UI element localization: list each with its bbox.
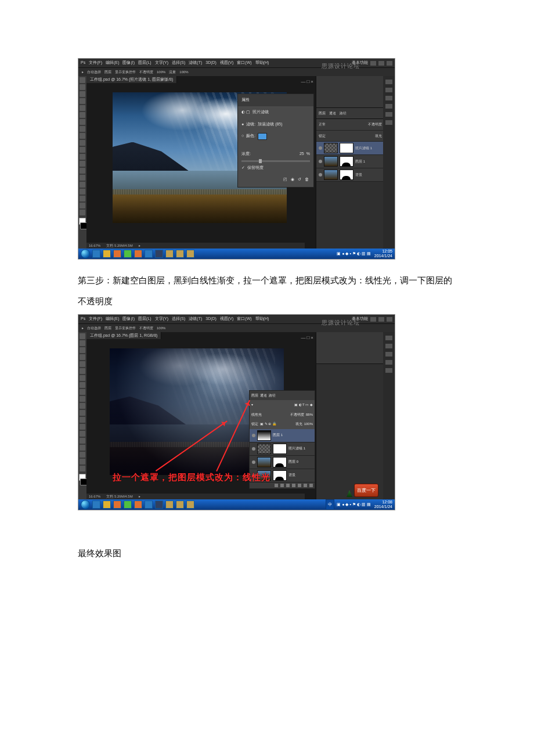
adjustment-icon[interactable]	[292, 484, 295, 487]
layer-mask[interactable]	[273, 457, 287, 467]
opt-layer[interactable]: 图层	[104, 68, 111, 76]
menu-3d[interactable]: 3D(D)	[205, 315, 217, 323]
blur-tool-icon[interactable]	[80, 417, 85, 423]
start-button-icon[interactable]	[81, 500, 90, 509]
taskbar-icon[interactable]	[92, 250, 100, 258]
maximize-icon[interactable]	[378, 61, 384, 66]
panel-icon[interactable]	[385, 336, 392, 340]
visibility-icon[interactable]	[319, 146, 322, 150]
hand-tool-icon[interactable]	[80, 459, 85, 465]
menu-window[interactable]: 窗口(W)	[237, 59, 251, 67]
panel-icon[interactable]	[385, 368, 392, 373]
blur-tool-icon[interactable]	[80, 161, 85, 167]
hand-tool-icon[interactable]	[80, 203, 85, 208]
menu-filter[interactable]: 滤镜(T)	[189, 315, 202, 323]
ime-indicator[interactable]: 中	[326, 499, 334, 510]
eraser-tool-icon[interactable]	[80, 147, 85, 153]
panel-icon[interactable]	[385, 104, 392, 109]
layer-mask[interactable]	[340, 156, 353, 167]
shape-tool-icon[interactable]	[80, 196, 85, 201]
opacity-value[interactable]: 88%	[306, 411, 313, 419]
opt-opacity-value[interactable]: 100%	[157, 324, 165, 332]
brush-tool-icon[interactable]	[80, 382, 85, 388]
taskbar-icon[interactable]	[134, 501, 142, 509]
panel-icon[interactable]	[385, 120, 392, 125]
menu-edit[interactable]: 编辑(E)	[106, 59, 119, 67]
properties-panel[interactable]: 属性 ◐ ▢ 照片滤镜 ● 滤镜: 加温滤镜 (85) ○ 颜色:	[237, 93, 314, 188]
taskbar-icon[interactable]	[124, 250, 132, 258]
zoom-tool-icon[interactable]	[80, 466, 85, 471]
taskbar-photoshop-icon[interactable]	[155, 501, 163, 509]
doc-maximize-icon[interactable]: □	[306, 332, 309, 343]
panel-icon[interactable]	[385, 360, 392, 365]
menu-file[interactable]: 文件(F)	[89, 59, 102, 67]
visibility-icon[interactable]	[252, 434, 255, 437]
tab-channels[interactable]: 通道	[260, 391, 267, 399]
start-button-icon[interactable]	[81, 249, 90, 258]
doc-minimize-icon[interactable]: —	[301, 76, 305, 87]
trash-icon[interactable]: 🗑	[305, 175, 309, 185]
color-swatch[interactable]	[258, 133, 267, 140]
taskbar-icon[interactable]	[124, 501, 132, 509]
layer-mask[interactable]	[340, 143, 353, 153]
taskbar-clock[interactable]: 12:05 2014/1/24	[374, 249, 392, 258]
crop-tool-icon[interactable]	[80, 361, 85, 367]
opt-layer[interactable]: 图层	[104, 324, 111, 332]
taskbar-clock[interactable]: 12:08 2014/1/24	[374, 500, 392, 509]
heal-tool-icon[interactable]	[80, 375, 85, 381]
link-icon[interactable]	[275, 484, 278, 487]
stamp-tool-icon[interactable]	[80, 389, 85, 395]
close-icon[interactable]	[387, 61, 392, 66]
opt-autoselect[interactable]: 自动选择	[87, 68, 101, 76]
panel-icon[interactable]	[385, 88, 392, 92]
taskbar-icon[interactable]	[113, 250, 121, 258]
history-brush-icon[interactable]	[80, 140, 85, 146]
trash-icon[interactable]	[309, 484, 313, 487]
fx-icon[interactable]	[280, 484, 284, 487]
menu-window[interactable]: 窗口(W)	[237, 315, 251, 323]
layer-mask[interactable]	[273, 444, 287, 454]
move-tool-icon[interactable]	[80, 77, 85, 83]
eyedropper-tool-icon[interactable]	[80, 112, 85, 118]
clip-icon[interactable]: ◰	[283, 175, 287, 185]
layer-mask[interactable]	[273, 470, 287, 481]
search-widget[interactable]: 百度一下	[354, 484, 378, 497]
history-brush-icon[interactable]	[80, 396, 85, 402]
path-tool-icon[interactable]	[80, 445, 85, 451]
taskbar-icon[interactable]	[186, 250, 194, 258]
tab-layers[interactable]: 图层	[251, 391, 258, 399]
doc-close-icon[interactable]: ×	[311, 76, 313, 87]
opt-transform[interactable]: 显示变换控件	[115, 68, 136, 76]
filter-value[interactable]: 加温滤镜 (85)	[258, 120, 282, 129]
taskbar-icon[interactable]	[103, 250, 111, 258]
gradient-tool-icon[interactable]	[80, 154, 85, 160]
taskbar-icon[interactable]	[176, 501, 184, 509]
document-tab[interactable]: 工作组.psd @ 16.7% (照片透镜 1, 图层蒙版/8)	[86, 76, 177, 83]
menu-type[interactable]: 文字(Y)	[155, 315, 168, 323]
new-layer-icon[interactable]	[304, 484, 307, 487]
menu-view[interactable]: 视图(V)	[220, 59, 233, 67]
menu-image[interactable]: 图像(I)	[122, 59, 135, 67]
pen-tool-icon[interactable]	[80, 175, 85, 181]
menu-layer[interactable]: 图层(L)	[138, 59, 151, 67]
fill-value[interactable]: 100%	[304, 420, 313, 428]
crop-tool-icon[interactable]	[80, 105, 85, 111]
zoom-tool-icon[interactable]	[80, 210, 85, 215]
taskbar-icon[interactable]	[92, 501, 100, 509]
eraser-tool-icon[interactable]	[80, 403, 85, 409]
visibility-icon[interactable]	[252, 460, 255, 464]
menu-help[interactable]: 帮助(H)	[255, 315, 269, 323]
menu-view[interactable]: 视图(V)	[220, 315, 233, 323]
panel-icon[interactable]	[385, 344, 392, 348]
menu-image[interactable]: 图像(I)	[122, 315, 135, 323]
pen-tool-icon[interactable]	[80, 431, 85, 437]
marquee-tool-icon[interactable]	[80, 84, 85, 90]
tab-channels[interactable]: 通道	[329, 109, 336, 117]
opt-autoselect[interactable]: 自动选择	[87, 324, 101, 332]
brush-tool-icon[interactable]	[80, 126, 85, 132]
opt-transform[interactable]: 显示变换控件	[115, 324, 136, 332]
menu-3d[interactable]: 3D(D)	[205, 59, 217, 67]
panel-icon[interactable]	[385, 112, 392, 117]
menu-file[interactable]: 文件(F)	[89, 315, 102, 323]
panel-icon[interactable]	[385, 352, 392, 357]
